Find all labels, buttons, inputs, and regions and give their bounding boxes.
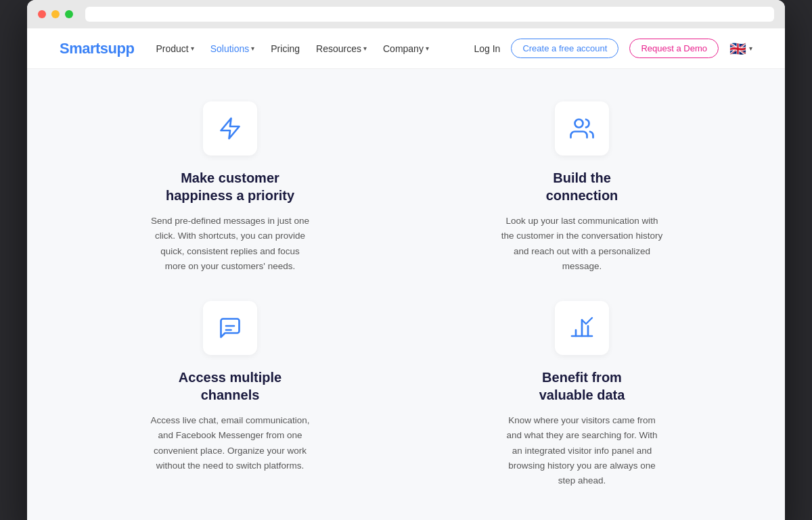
feature-channels-icon-box	[203, 301, 257, 355]
feature-happiness: Make customerhappiness a priority Send p…	[81, 101, 379, 274]
feature-channels: Access multiplechannels Access live chat…	[81, 301, 379, 488]
nav-company-label: Company	[383, 43, 424, 54]
create-account-button[interactable]: Create a free account	[511, 39, 618, 58]
nav-product[interactable]: Product ▾	[156, 43, 194, 54]
nav-solutions[interactable]: Solutions ▾	[210, 43, 255, 54]
feature-happiness-icon-box	[203, 101, 257, 156]
traffic-light-green[interactable]	[65, 10, 73, 18]
nav-product-arrow: ▾	[191, 45, 194, 52]
logo-blue: supp	[100, 40, 135, 57]
chat-icon	[218, 316, 242, 340]
feature-channels-desc: Access live chat, email communication, a…	[149, 413, 311, 473]
browser-window: Smartsupp Product ▾ Solutions ▾ Pricing …	[27, 0, 785, 520]
feature-data-title: Benefit fromvaluable data	[539, 369, 625, 404]
chart-icon	[570, 316, 594, 340]
url-bar[interactable]	[85, 7, 774, 22]
svg-point-0	[575, 120, 583, 128]
nav-links: Product ▾ Solutions ▾ Pricing Resources …	[156, 43, 452, 54]
nav-solutions-label: Solutions	[210, 43, 250, 54]
traffic-light-red[interactable]	[38, 10, 46, 18]
people-icon	[570, 116, 594, 141]
flag-icon: 🇬🇧	[729, 41, 746, 57]
feature-connection-icon-box	[555, 101, 609, 156]
nav-product-label: Product	[156, 43, 188, 54]
logo-dark: Smart	[60, 40, 100, 57]
browser-titlebar	[27, 0, 785, 28]
nav-company-arrow: ▾	[426, 45, 429, 52]
feature-connection-title: Build theconnection	[546, 169, 618, 204]
nav-solutions-arrow: ▾	[251, 45, 254, 52]
feature-data-desc: Know where your visitors came from and w…	[501, 413, 663, 488]
traffic-light-yellow[interactable]	[51, 10, 60, 18]
feature-happiness-title: Make customerhappiness a priority	[166, 169, 294, 204]
feature-connection: Build theconnection Look up your last co…	[433, 101, 731, 274]
feature-data-icon-box	[555, 301, 609, 355]
language-selector[interactable]: 🇬🇧 ▾	[729, 41, 752, 57]
feature-connection-desc: Look up your last communication with the…	[501, 214, 663, 274]
features-grid: Make customerhappiness a priority Send p…	[81, 101, 731, 488]
nav-pricing-label: Pricing	[271, 43, 300, 54]
feature-channels-title: Access multiplechannels	[179, 369, 281, 404]
feature-happiness-desc: Send pre-defined messages in just one cl…	[149, 214, 311, 274]
feature-data: Benefit fromvaluable data Know where you…	[433, 301, 731, 488]
request-demo-button[interactable]: Request a Demo	[629, 39, 719, 58]
main-content: Make customerhappiness a priority Send p…	[27, 69, 785, 520]
login-button[interactable]: Log In	[474, 43, 500, 54]
nav-right: Log In Create a free account Request a D…	[474, 39, 752, 58]
logo[interactable]: Smartsupp	[60, 40, 134, 57]
bolt-icon	[218, 116, 242, 141]
nav-resources-arrow: ▾	[363, 45, 367, 52]
nav-resources[interactable]: Resources ▾	[316, 43, 367, 54]
nav-company[interactable]: Company ▾	[383, 43, 429, 54]
navbar: Smartsupp Product ▾ Solutions ▾ Pricing …	[27, 28, 785, 69]
nav-resources-label: Resources	[316, 43, 361, 54]
flag-arrow: ▾	[749, 45, 752, 52]
nav-pricing[interactable]: Pricing	[271, 43, 300, 54]
